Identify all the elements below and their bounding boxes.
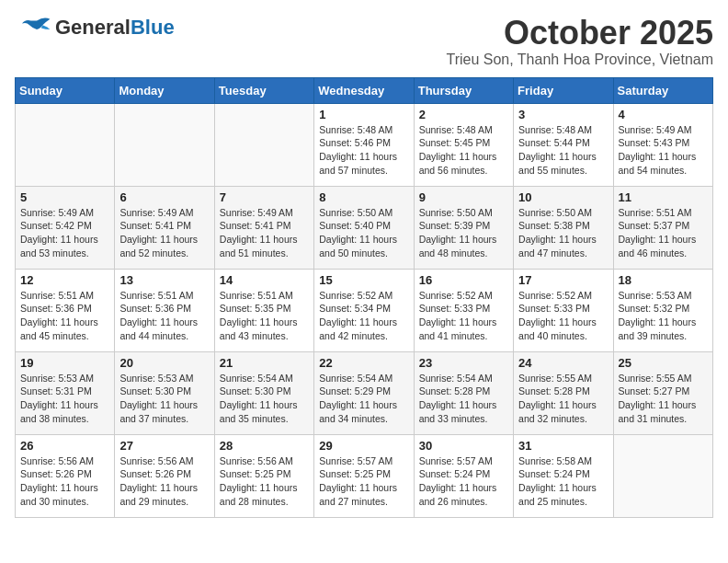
day-info: Sunrise: 5:50 AM Sunset: 5:39 PM Dayligh… <box>419 206 508 260</box>
day-info: Sunrise: 5:52 AM Sunset: 5:33 PM Dayligh… <box>518 289 608 343</box>
day-info: Sunrise: 5:51 AM Sunset: 5:36 PM Dayligh… <box>20 289 109 343</box>
calendar-cell: 21Sunrise: 5:54 AM Sunset: 5:30 PM Dayli… <box>214 351 313 434</box>
calendar-cell: 24Sunrise: 5:55 AM Sunset: 5:28 PM Dayli… <box>514 351 613 434</box>
calendar-cell <box>214 103 313 186</box>
day-number: 18 <box>619 273 708 287</box>
day-info: Sunrise: 5:51 AM Sunset: 5:35 PM Dayligh… <box>220 289 309 343</box>
day-info: Sunrise: 5:56 AM Sunset: 5:26 PM Dayligh… <box>20 454 109 509</box>
col-header-sunday: Sunday <box>16 77 115 103</box>
col-header-tuesday: Tuesday <box>214 77 313 103</box>
calendar-cell: 9Sunrise: 5:50 AM Sunset: 5:39 PM Daylig… <box>414 186 513 269</box>
calendar-week-row: 19Sunrise: 5:53 AM Sunset: 5:31 PM Dayli… <box>16 351 713 434</box>
calendar-cell: 29Sunrise: 5:57 AM Sunset: 5:25 PM Dayli… <box>314 434 414 517</box>
day-number: 1 <box>319 108 408 121</box>
day-number: 12 <box>20 273 109 287</box>
month-title: October 2025 <box>446 15 713 52</box>
calendar-table: SundayMondayTuesdayWednesdayThursdayFrid… <box>15 77 713 518</box>
calendar-cell: 16Sunrise: 5:52 AM Sunset: 5:33 PM Dayli… <box>414 269 513 351</box>
calendar-cell: 3Sunrise: 5:48 AM Sunset: 5:44 PM Daylig… <box>514 103 613 186</box>
calendar-week-row: 26Sunrise: 5:56 AM Sunset: 5:26 PM Dayli… <box>16 434 713 517</box>
calendar-cell: 4Sunrise: 5:49 AM Sunset: 5:43 PM Daylig… <box>613 103 712 186</box>
day-number: 30 <box>419 439 508 453</box>
day-info: Sunrise: 5:53 AM Sunset: 5:32 PM Dayligh… <box>619 289 708 343</box>
day-info: Sunrise: 5:49 AM Sunset: 5:41 PM Dayligh… <box>119 206 209 260</box>
day-info: Sunrise: 5:48 AM Sunset: 5:46 PM Dayligh… <box>319 123 408 178</box>
calendar-cell: 1Sunrise: 5:48 AM Sunset: 5:46 PM Daylig… <box>314 103 414 186</box>
day-info: Sunrise: 5:56 AM Sunset: 5:26 PM Dayligh… <box>119 454 209 509</box>
day-number: 8 <box>319 190 408 204</box>
day-info: Sunrise: 5:53 AM Sunset: 5:30 PM Dayligh… <box>119 372 209 426</box>
day-number: 17 <box>518 273 608 287</box>
calendar-cell <box>613 434 712 517</box>
day-number: 15 <box>319 273 408 287</box>
calendar-cell: 31Sunrise: 5:58 AM Sunset: 5:24 PM Dayli… <box>514 434 613 517</box>
calendar-cell <box>16 103 115 186</box>
day-number: 14 <box>220 273 309 287</box>
day-info: Sunrise: 5:54 AM Sunset: 5:30 PM Dayligh… <box>220 372 309 426</box>
calendar-cell: 8Sunrise: 5:50 AM Sunset: 5:40 PM Daylig… <box>314 186 414 269</box>
calendar-cell: 5Sunrise: 5:49 AM Sunset: 5:42 PM Daylig… <box>16 186 115 269</box>
calendar-cell: 17Sunrise: 5:52 AM Sunset: 5:33 PM Dayli… <box>514 269 613 351</box>
day-number: 24 <box>518 356 608 370</box>
calendar-cell: 28Sunrise: 5:56 AM Sunset: 5:25 PM Dayli… <box>214 434 313 517</box>
calendar-cell: 26Sunrise: 5:56 AM Sunset: 5:26 PM Dayli… <box>16 434 115 517</box>
day-info: Sunrise: 5:50 AM Sunset: 5:38 PM Dayligh… <box>518 206 608 260</box>
calendar-week-row: 1Sunrise: 5:48 AM Sunset: 5:46 PM Daylig… <box>16 103 713 186</box>
day-info: Sunrise: 5:57 AM Sunset: 5:25 PM Dayligh… <box>319 454 408 509</box>
calendar-cell: 6Sunrise: 5:49 AM Sunset: 5:41 PM Daylig… <box>115 186 214 269</box>
col-header-friday: Friday <box>514 77 613 103</box>
day-number: 10 <box>518 190 608 204</box>
day-number: 28 <box>220 439 309 453</box>
day-info: Sunrise: 5:49 AM Sunset: 5:43 PM Dayligh… <box>619 123 708 178</box>
calendar-cell: 12Sunrise: 5:51 AM Sunset: 5:36 PM Dayli… <box>16 269 115 351</box>
day-info: Sunrise: 5:58 AM Sunset: 5:24 PM Dayligh… <box>518 454 608 509</box>
header: GeneralBlue October 2025 Trieu Son, Than… <box>15 15 713 68</box>
day-number: 22 <box>319 356 408 370</box>
calendar-cell: 27Sunrise: 5:56 AM Sunset: 5:26 PM Dayli… <box>115 434 214 517</box>
calendar-cell: 13Sunrise: 5:51 AM Sunset: 5:36 PM Dayli… <box>115 269 214 351</box>
calendar-week-row: 12Sunrise: 5:51 AM Sunset: 5:36 PM Dayli… <box>16 269 713 351</box>
calendar-cell: 22Sunrise: 5:54 AM Sunset: 5:29 PM Dayli… <box>314 351 414 434</box>
day-number: 6 <box>119 190 209 204</box>
col-header-saturday: Saturday <box>613 77 712 103</box>
day-number: 25 <box>619 356 708 370</box>
day-number: 5 <box>20 190 109 204</box>
calendar-week-row: 5Sunrise: 5:49 AM Sunset: 5:42 PM Daylig… <box>16 186 713 269</box>
day-number: 16 <box>419 273 508 287</box>
day-number: 31 <box>518 439 608 453</box>
day-number: 26 <box>20 439 109 453</box>
col-header-monday: Monday <box>115 77 214 103</box>
day-number: 23 <box>419 356 508 370</box>
calendar-cell: 10Sunrise: 5:50 AM Sunset: 5:38 PM Dayli… <box>514 186 613 269</box>
day-info: Sunrise: 5:56 AM Sunset: 5:25 PM Dayligh… <box>220 454 309 509</box>
day-number: 29 <box>319 439 408 453</box>
day-number: 19 <box>20 356 109 370</box>
logo: GeneralBlue <box>15 15 175 40</box>
calendar-cell: 19Sunrise: 5:53 AM Sunset: 5:31 PM Dayli… <box>16 351 115 434</box>
day-number: 21 <box>220 356 309 370</box>
logo-blue-text: Blue <box>131 16 175 39</box>
calendar-cell: 20Sunrise: 5:53 AM Sunset: 5:30 PM Dayli… <box>115 351 214 434</box>
day-info: Sunrise: 5:49 AM Sunset: 5:41 PM Dayligh… <box>220 206 309 260</box>
calendar-cell: 18Sunrise: 5:53 AM Sunset: 5:32 PM Dayli… <box>613 269 712 351</box>
calendar-cell: 15Sunrise: 5:52 AM Sunset: 5:34 PM Dayli… <box>314 269 414 351</box>
logo-general-text: General <box>55 16 131 39</box>
day-info: Sunrise: 5:51 AM Sunset: 5:36 PM Dayligh… <box>119 289 209 343</box>
day-number: 2 <box>419 108 508 121</box>
day-info: Sunrise: 5:55 AM Sunset: 5:27 PM Dayligh… <box>619 372 708 426</box>
logo-bird-icon <box>15 15 51 40</box>
day-info: Sunrise: 5:48 AM Sunset: 5:45 PM Dayligh… <box>419 123 508 178</box>
col-header-thursday: Thursday <box>414 77 513 103</box>
calendar-cell: 2Sunrise: 5:48 AM Sunset: 5:45 PM Daylig… <box>414 103 513 186</box>
day-info: Sunrise: 5:55 AM Sunset: 5:28 PM Dayligh… <box>518 372 608 426</box>
calendar-cell: 25Sunrise: 5:55 AM Sunset: 5:27 PM Dayli… <box>613 351 712 434</box>
col-header-wednesday: Wednesday <box>314 77 414 103</box>
day-info: Sunrise: 5:53 AM Sunset: 5:31 PM Dayligh… <box>20 372 109 426</box>
day-info: Sunrise: 5:48 AM Sunset: 5:44 PM Dayligh… <box>518 123 608 178</box>
day-info: Sunrise: 5:49 AM Sunset: 5:42 PM Dayligh… <box>20 206 109 260</box>
calendar-cell: 14Sunrise: 5:51 AM Sunset: 5:35 PM Dayli… <box>214 269 313 351</box>
calendar-cell <box>115 103 214 186</box>
calendar-cell: 30Sunrise: 5:57 AM Sunset: 5:24 PM Dayli… <box>414 434 513 517</box>
day-info: Sunrise: 5:57 AM Sunset: 5:24 PM Dayligh… <box>419 454 508 509</box>
day-info: Sunrise: 5:52 AM Sunset: 5:34 PM Dayligh… <box>319 289 408 343</box>
